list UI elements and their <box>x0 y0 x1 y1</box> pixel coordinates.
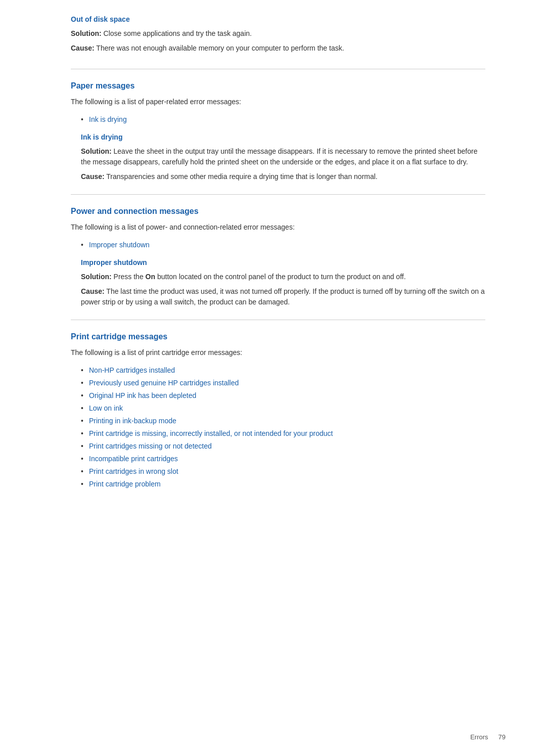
list-item: Ink is drying <box>81 114 485 125</box>
cartridges-wrong-slot-link[interactable]: Print cartridges in wrong slot <box>89 467 178 475</box>
power-messages-links: Improper shutdown <box>81 240 485 250</box>
original-hp-ink-depleted-link[interactable]: Original HP ink has been depleted <box>89 391 196 399</box>
list-item: Non-HP cartridges installed <box>81 365 485 376</box>
power-connection-section: Power and connection messages The follow… <box>71 207 485 307</box>
list-item: Original HP ink has been depleted <box>81 390 485 401</box>
solution-block-disk: Solution: Close some applications and tr… <box>71 28 485 39</box>
cartridge-missing-incorrectly-link[interactable]: Print cartridge is missing, incorrectly … <box>89 429 333 437</box>
improper-shutdown-solution-text-cont: the product on and off. <box>335 273 406 281</box>
paper-messages-heading: Paper messages <box>71 81 485 91</box>
solution-text-disk: Close some applications and try the task… <box>104 29 252 37</box>
low-on-ink-link[interactable]: Low on ink <box>89 404 123 412</box>
divider-3 <box>71 320 485 320</box>
ink-drying-cause-label: Cause: <box>81 172 105 181</box>
improper-shutdown-cause-block: Cause: The last time the product was use… <box>81 286 485 307</box>
list-item: Printing in ink-backup mode <box>81 416 485 426</box>
list-item: Print cartridges missing or not detected <box>81 441 485 452</box>
print-cartridge-links: Non-HP cartridges installed Previously u… <box>81 365 485 490</box>
power-connection-heading: Power and connection messages <box>71 207 485 216</box>
ink-drying-cause-text: Transparencies and some other media requ… <box>106 172 377 181</box>
non-hp-cartridges-link[interactable]: Non-HP cartridges installed <box>89 366 175 374</box>
ink-is-drying-link[interactable]: Ink is drying <box>89 115 127 123</box>
paper-messages-intro: The following is a list of paper-related… <box>71 97 485 107</box>
divider-2 <box>71 194 485 195</box>
cartridge-problem-link[interactable]: Print cartridge problem <box>89 480 161 488</box>
ink-is-drying-heading: Ink is drying <box>81 133 485 141</box>
out-of-disk-space-heading: Out of disk space <box>71 15 485 23</box>
print-cartridge-heading: Print cartridge messages <box>71 332 485 341</box>
cause-label-disk: Cause: <box>71 44 95 52</box>
improper-shutdown-solution-block: Solution: Press the On button located on… <box>81 272 485 282</box>
print-cartridge-section: Print cartridge messages The following i… <box>71 332 485 490</box>
footer-section-label: Errors <box>470 733 488 741</box>
print-cartridge-intro: The following is a list of print cartrid… <box>71 347 485 358</box>
improper-shutdown-heading: Improper shutdown <box>81 258 485 266</box>
paper-messages-links: Ink is drying <box>81 114 485 125</box>
ink-is-drying-subsection: Ink is drying Solution: Leave the sheet … <box>81 133 485 182</box>
footer-page-number: 79 <box>498 733 506 741</box>
out-of-disk-space-section: Out of disk space Solution: Close some a… <box>71 15 485 54</box>
printing-ink-backup-link[interactable]: Printing in ink-backup mode <box>89 417 176 425</box>
cause-text-disk: There was not enough available memory on… <box>96 44 344 52</box>
improper-shutdown-cause-label: Cause: <box>81 287 105 295</box>
improper-shutdown-link[interactable]: Improper shutdown <box>89 241 150 249</box>
ink-drying-solution-text: Leave the sheet in the output tray until… <box>81 147 477 166</box>
list-item: Print cartridge problem <box>81 479 485 490</box>
page-footer: Errors 79 <box>470 733 506 741</box>
solution-label-disk: Solution: <box>71 29 102 37</box>
improper-shutdown-solution-label: Solution: <box>81 273 112 281</box>
list-item: Print cartridges in wrong slot <box>81 466 485 477</box>
improper-shutdown-subsection: Improper shutdown Solution: Press the On… <box>81 258 485 307</box>
list-item: Low on ink <box>81 403 485 414</box>
ink-drying-cause-block: Cause: Transparencies and some other med… <box>81 171 485 182</box>
previously-used-hp-link[interactable]: Previously used genuine HP cartridges in… <box>89 379 239 387</box>
improper-shutdown-cause-text: The last time the product was used, it w… <box>81 287 485 306</box>
ink-drying-solution-block: Solution: Leave the sheet in the output … <box>81 146 485 167</box>
list-item: Incompatible print cartridges <box>81 454 485 464</box>
power-connection-intro: The following is a list of power- and co… <box>71 222 485 233</box>
paper-messages-section: Paper messages The following is a list o… <box>71 81 485 182</box>
cause-block-disk: Cause: There was not enough available me… <box>71 43 485 54</box>
cartridges-missing-not-detected-link[interactable]: Print cartridges missing or not detected <box>89 442 212 450</box>
list-item: Improper shutdown <box>81 240 485 250</box>
divider-1 <box>71 69 485 69</box>
incompatible-print-cartridges-link[interactable]: Incompatible print cartridges <box>89 455 178 463</box>
ink-drying-solution-label: Solution: <box>81 147 112 155</box>
list-item: Print cartridge is missing, incorrectly … <box>81 428 485 439</box>
list-item: Previously used genuine HP cartridges in… <box>81 378 485 388</box>
